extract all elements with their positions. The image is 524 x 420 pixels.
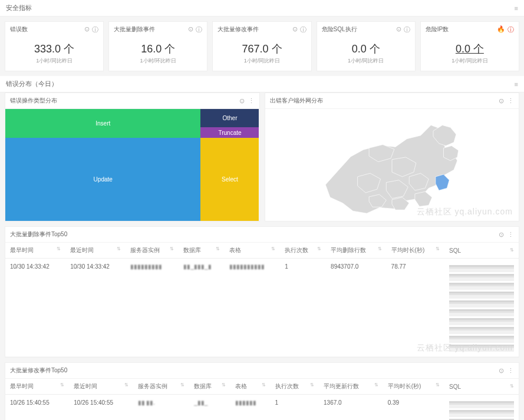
cell-sql <box>444 259 519 357</box>
cell-table: ▮▮▮▮▮▮ <box>230 395 271 421</box>
sort-icon[interactable]: ⇅ <box>378 246 382 252</box>
info-icon[interactable]: ⓘ <box>196 25 202 34</box>
bulk-delete-table: 大批量删除事件Top50 ⊙⋮ 最早时间⇅ 最近时间⇅ 服务器实例⇅ 数据库⇅ … <box>5 226 519 358</box>
sort-icon[interactable]: ⇅ <box>436 246 440 252</box>
kpi-card-errors[interactable]: 错误数 ⊙ⓘ 333.0 个 1小时/同比昨日 <box>5 21 104 71</box>
collapse-icon[interactable]: ≡ <box>515 81 518 88</box>
cell-earliest: 10/26 15:40:55 <box>5 395 69 421</box>
more-icon[interactable]: ⋮ <box>507 231 514 239</box>
treemap-card: 错误操作类型分布 ⊙⋮ Insert Other Truncate Update… <box>5 92 260 221</box>
col-server: 服务器实例⇅ <box>126 243 179 259</box>
col-table: 表格⇅ <box>225 243 280 259</box>
treemap-cell-truncate[interactable]: Truncate <box>200 127 259 138</box>
table-row[interactable]: 10/26 15:40:55 10/26 15:40:55 ▮▮ ▮▮. _▮▮… <box>5 395 519 421</box>
fire-icon[interactable]: 🔥 <box>497 25 505 34</box>
sort-icon[interactable]: ⇅ <box>170 246 174 252</box>
info-icon[interactable]: ⓘ <box>404 25 410 34</box>
col-dur: 平均时长(秒)⇅ <box>387 243 444 259</box>
sort-icon[interactable]: ⇅ <box>60 382 64 388</box>
sql-blur <box>449 399 514 420</box>
cell-earliest: 10/30 14:33:42 <box>5 259 65 357</box>
search-icon[interactable]: ⊙ <box>292 25 298 34</box>
cell-sql <box>444 395 519 421</box>
info-icon[interactable]: ⓘ <box>507 25 514 34</box>
search-icon[interactable]: ⊙ <box>499 231 504 239</box>
kpi-value: 16.0 个 <box>114 42 202 56</box>
treemap-cell-update[interactable]: Update <box>5 138 200 221</box>
cell-rows: 8943707.0 <box>326 259 387 357</box>
sort-icon[interactable]: ⇅ <box>317 246 321 252</box>
cell-exec: 1 <box>280 259 326 357</box>
sort-icon[interactable]: ⇅ <box>310 382 314 388</box>
cell-latest: 10/30 14:33:42 <box>65 259 126 357</box>
search-icon[interactable]: ⊙ <box>84 25 90 34</box>
kpi-sub: 1小时/环比昨日 <box>114 57 202 65</box>
kpi-value: 333.0 个 <box>10 42 98 56</box>
kpi-sub: 1小时/同比昨日 <box>10 57 98 65</box>
map-card: 出错客户端外网分布 ⊙⋮ 云栖社区 yq.aliyun.com <box>265 92 520 221</box>
kpi-sub: 1小时/同比昨日 <box>217 57 306 65</box>
treemap-cell-insert[interactable]: Insert <box>5 109 200 138</box>
col-earliest: 最早时间⇅ <box>5 243 65 259</box>
treemap-chart[interactable]: Insert Other Truncate Update Select <box>5 109 259 221</box>
col-db: 数据库⇅ <box>179 243 225 259</box>
cell-db: ▮▮_▮▮▮_▮ <box>179 259 225 357</box>
map-title: 出错客户端外网分布 <box>270 97 323 105</box>
col-exec: 执行次数⇅ <box>280 243 326 259</box>
bulk-update-table: 大批量修改事件Top50 ⊙⋮ 最早时间⇅ 最近时间⇅ 服务器实例⇅ 数据库⇅ … <box>5 362 519 420</box>
kpi-card-danger-sql[interactable]: 危险SQL执行 ⊙ⓘ 0.0 个 1小时/同比昨日 <box>317 21 416 71</box>
sort-icon[interactable]: ⇅ <box>124 382 128 388</box>
search-icon[interactable]: ⊙ <box>188 25 193 34</box>
cell-rows: 1367.0 <box>319 395 383 421</box>
cell-exec: 1 <box>271 395 319 421</box>
sort-icon[interactable]: ⇅ <box>180 382 184 388</box>
kpi-value: 0.0 个 <box>426 42 514 56</box>
treemap-title: 错误操作类型分布 <box>10 97 57 105</box>
treemap-cell-other[interactable]: Other <box>200 109 259 127</box>
sort-icon[interactable]: ⇅ <box>510 247 514 253</box>
sort-icon[interactable]: ⇅ <box>117 246 121 252</box>
security-metrics-header: 安全指标 ≡ <box>0 0 524 16</box>
sort-icon[interactable]: ⇅ <box>216 246 220 252</box>
col-sql: SQL⇅ <box>444 243 519 259</box>
sort-icon[interactable]: ⇅ <box>374 382 378 388</box>
cell-server: ▮▮ ▮▮. <box>133 395 190 421</box>
kpi-card-danger-ip[interactable]: 危险IP数 🔥ⓘ 0.0 个 1小时/同比昨日 <box>420 21 519 71</box>
more-icon[interactable]: ⋮ <box>248 97 255 105</box>
cell-dur: 0.39 <box>383 395 444 421</box>
info-icon[interactable]: ⓘ <box>92 25 98 34</box>
sort-icon[interactable]: ⇅ <box>271 246 275 252</box>
more-icon[interactable]: ⋮ <box>507 97 514 105</box>
sort-icon[interactable]: ⇅ <box>436 382 440 388</box>
cell-latest: 10/26 15:40:55 <box>69 395 133 421</box>
security-metrics-title: 安全指标 <box>6 4 32 12</box>
more-icon[interactable]: ⋮ <box>507 367 514 375</box>
table2-header-row: 最早时间⇅ 最近时间⇅ 服务器实例⇅ 数据库⇅ 表格⇅ 执行次数⇅ 平均更新行数… <box>5 379 519 395</box>
collapse-icon[interactable]: ≡ <box>515 5 518 12</box>
table-row[interactable]: 10/30 14:33:42 10/30 14:33:42 ▮▮▮▮▮▮▮▮▮ … <box>5 259 519 357</box>
sort-icon[interactable]: ⇅ <box>57 246 61 252</box>
kpi-value: 767.0 个 <box>217 42 306 56</box>
cell-db: _▮▮_ <box>189 395 230 421</box>
search-icon[interactable]: ⊙ <box>396 25 401 34</box>
sort-icon[interactable]: ⇅ <box>222 382 226 388</box>
cell-dur: 78.77 <box>387 259 444 357</box>
info-icon[interactable]: ⓘ <box>300 25 307 34</box>
search-icon[interactable]: ⊙ <box>499 367 504 375</box>
col-latest: 最近时间⇅ <box>65 243 126 259</box>
sort-icon[interactable]: ⇅ <box>510 383 514 389</box>
search-icon[interactable]: ⊙ <box>499 97 504 105</box>
search-icon[interactable]: ⊙ <box>239 97 245 105</box>
error-dist-header: 错误分布（今日） ≡ <box>0 76 524 92</box>
table2-title: 大批量修改事件Top50 <box>10 366 67 375</box>
treemap-cell-select[interactable]: Select <box>200 138 259 221</box>
col-rows: 平均删除行数⇅ <box>326 243 387 259</box>
table1-header-row: 最早时间⇅ 最近时间⇅ 服务器实例⇅ 数据库⇅ 表格⇅ 执行次数⇅ 平均删除行数… <box>5 243 519 259</box>
kpi-card-bulk-delete[interactable]: 大批量删除事件 ⊙ⓘ 16.0 个 1小时/环比昨日 <box>108 21 207 71</box>
cell-server: ▮▮▮▮▮▮▮▮▮ <box>126 259 179 357</box>
kpi-sub: 1小时/同比昨日 <box>426 57 514 65</box>
kpi-card-bulk-update[interactable]: 大批量修改事件 ⊙ⓘ 767.0 个 1小时/同比昨日 <box>212 21 311 71</box>
sql-blur <box>449 263 514 352</box>
china-map[interactable]: 云栖社区 yq.aliyun.com <box>265 109 519 221</box>
sort-icon[interactable]: ⇅ <box>262 382 266 388</box>
